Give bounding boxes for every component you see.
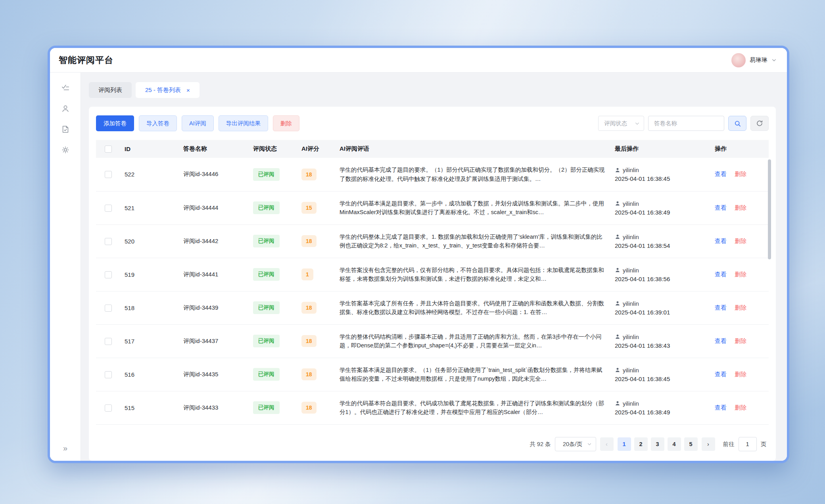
answer-name-input[interactable]	[648, 116, 724, 131]
cell-name: 评阅id-34442	[179, 224, 249, 258]
table-row: 518 评阅id-34439 已评阅 18 学生答案基本完成了所有任务，并且大体…	[96, 291, 769, 324]
next-page-button[interactable]: ›	[702, 437, 715, 451]
table-row: 521 评阅id-34444 已评阅 15 学生的代码基本满足题目要求。第一步中…	[96, 191, 769, 224]
view-link[interactable]: 查看	[715, 271, 727, 278]
cell-operator: yilinlin	[623, 300, 639, 307]
view-link[interactable]: 查看	[715, 238, 727, 244]
tab-answer-sheet-list[interactable]: 25 - 答卷列表 ×	[136, 82, 200, 98]
user-name: 易琳琳	[750, 56, 767, 64]
table-header-row: ID 答卷名称 评阅状态 AI评分 AI评阅评语 最后操作 操作	[96, 140, 769, 158]
delete-button[interactable]: 删除	[273, 115, 299, 131]
document-check-icon[interactable]	[61, 125, 70, 134]
goto-page-input[interactable]	[739, 437, 757, 451]
table-row: 516 评阅id-34435 已评阅 18 学生答案基本满足题目的要求。（1）任…	[96, 358, 769, 391]
page-button-5[interactable]: 5	[684, 437, 698, 451]
row-checkbox[interactable]	[105, 338, 112, 345]
user-icon	[615, 367, 620, 373]
table-row: 520 评阅id-34442 已评阅 18 学生的代码整体上完成了题目要求。1.…	[96, 224, 769, 258]
select-all-checkbox[interactable]	[105, 146, 112, 153]
view-link[interactable]: 查看	[715, 337, 727, 344]
view-link[interactable]: 查看	[715, 171, 727, 177]
page-size-select[interactable]: 20条/页	[555, 437, 596, 451]
cell-timestamp: 2025-04-01 16:38:49	[615, 409, 707, 416]
page-button-2[interactable]: 2	[634, 437, 648, 451]
row-checkbox[interactable]	[105, 404, 112, 412]
chevron-down-icon	[771, 57, 777, 63]
col-header-score: AI评分	[297, 140, 336, 158]
delete-link[interactable]: 删除	[735, 404, 746, 411]
avatar[interactable]	[731, 53, 746, 67]
cell-name: 评阅id-34446	[179, 158, 249, 191]
cell-operator: yilinlin	[623, 333, 639, 340]
add-answer-button[interactable]: 添加答卷	[96, 115, 134, 131]
delete-link[interactable]: 删除	[735, 204, 746, 211]
status-badge: 已评阅	[253, 201, 280, 214]
table-row: 519 评阅id-34441 已评阅 1 学生答案没有包含完整的代码，仅有部分结…	[96, 258, 769, 291]
cell-comment: 学生的代码整体上完成了题目要求。1. 数据集的加载和划分正确使用了'sklear…	[340, 232, 607, 250]
user-icon	[615, 234, 620, 240]
cell-id: 515	[121, 391, 179, 424]
main-area: 评阅列表 25 - 答卷列表 × 添加答卷 导入答卷 AI评阅 导出评阅结果 删…	[81, 73, 787, 461]
filter-area: 评阅状态	[598, 116, 769, 131]
view-link[interactable]: 查看	[715, 304, 727, 311]
tab-close-icon[interactable]: ×	[186, 87, 190, 94]
search-icon	[734, 120, 741, 127]
review-list-icon[interactable]	[61, 84, 70, 92]
sidebar-collapse-button[interactable]: »	[60, 442, 71, 454]
delete-link[interactable]: 删除	[735, 337, 746, 344]
settings-gear-icon[interactable]	[61, 146, 70, 154]
delete-link[interactable]: 删除	[735, 304, 746, 311]
window-header: 智能评阅平台 易琳琳	[50, 48, 787, 73]
row-checkbox[interactable]	[105, 238, 112, 245]
user-icon[interactable]	[61, 104, 70, 113]
app-window: 智能评阅平台 易琳琳 » 评阅列表 25 - 答卷列表 ×	[48, 46, 789, 463]
cell-comment: 学生的整体代码结构清晰，步骤基本正确，并且适用了正确的库和方法。然而，在第3步中…	[340, 332, 607, 350]
page-button-1[interactable]: 1	[618, 437, 631, 451]
status-badge: 已评阅	[253, 235, 280, 247]
row-checkbox[interactable]	[105, 171, 112, 178]
user-icon	[615, 334, 620, 339]
cell-operator: yilinlin	[623, 167, 639, 173]
page-button-4[interactable]: 4	[668, 437, 681, 451]
row-checkbox[interactable]	[105, 271, 112, 278]
delete-link[interactable]: 删除	[735, 238, 746, 244]
view-link[interactable]: 查看	[715, 204, 727, 211]
page-button-3[interactable]: 3	[651, 437, 664, 451]
user-icon	[615, 301, 620, 306]
export-results-button[interactable]: 导出评阅结果	[219, 115, 268, 131]
view-link[interactable]: 查看	[715, 404, 727, 411]
prev-page-button[interactable]: ‹	[600, 437, 614, 451]
page-buttons: 12345	[618, 437, 698, 451]
view-link[interactable]: 查看	[715, 371, 727, 378]
ai-review-button[interactable]: AI评阅	[182, 115, 214, 131]
row-checkbox[interactable]	[105, 205, 112, 212]
review-status-select[interactable]: 评阅状态	[598, 116, 644, 131]
cell-operator: yilinlin	[623, 234, 639, 240]
import-answer-button[interactable]: 导入答卷	[139, 115, 177, 131]
score-badge: 15	[301, 202, 317, 214]
cell-comment: 学生的代码基本完成了题目的要求。（1）部分代码正确实现了数据集的加载和切分。（2…	[340, 165, 607, 183]
delete-link[interactable]: 删除	[735, 271, 746, 278]
status-badge: 已评阅	[253, 268, 280, 281]
score-badge: 18	[301, 368, 317, 380]
tab-review-list[interactable]: 评阅列表	[89, 82, 132, 98]
vertical-scrollbar-thumb[interactable]	[768, 159, 771, 259]
col-header-name: 答卷名称	[179, 140, 249, 158]
refresh-button[interactable]	[750, 116, 769, 131]
row-checkbox[interactable]	[105, 305, 112, 312]
delete-link[interactable]: 删除	[735, 171, 746, 177]
user-icon	[615, 401, 620, 406]
row-checkbox[interactable]	[105, 371, 112, 378]
search-button[interactable]	[728, 116, 746, 131]
toolbar: 添加答卷 导入答卷 AI评阅 导出评阅结果 删除 评阅状态	[96, 115, 769, 131]
delete-link[interactable]: 删除	[735, 371, 746, 378]
user-menu[interactable]: 易琳琳	[731, 53, 777, 67]
table-row: 522 评阅id-34446 已评阅 18 学生的代码基本完成了题目的要求。（1…	[96, 158, 769, 191]
cell-name: 评阅id-34433	[179, 391, 249, 424]
cell-name: 评阅id-34444	[179, 191, 249, 224]
cell-comment: 学生答案没有包含完整的代码，仅有部分结构，不符合题目要求。具体问题包括：未加载鸢…	[340, 266, 607, 284]
status-badge: 已评阅	[253, 401, 280, 414]
page-title: 智能评阅平台	[59, 54, 113, 66]
col-header-lastop: 最后操作	[611, 140, 711, 158]
cell-operator: yilinlin	[623, 367, 639, 374]
